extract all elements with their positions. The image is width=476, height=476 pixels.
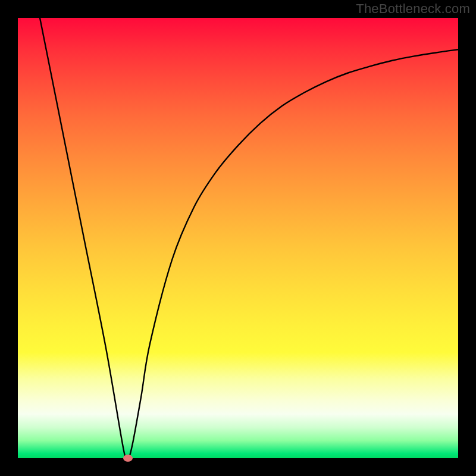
plot-area	[18, 18, 458, 458]
bottleneck-curve	[40, 18, 458, 461]
curve-svg	[18, 18, 458, 458]
watermark-text: TheBottleneck.com	[356, 1, 470, 17]
optimal-point-marker	[123, 455, 133, 462]
chart-frame: TheBottleneck.com	[0, 0, 476, 476]
